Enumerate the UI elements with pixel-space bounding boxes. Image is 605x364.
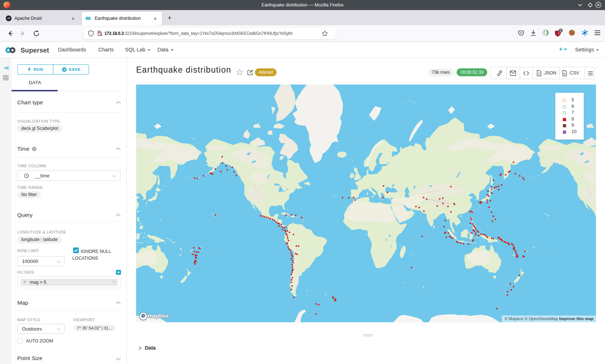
svg-text:2: 2 [560,29,561,32]
svg-text:Superset: Superset [21,46,49,54]
